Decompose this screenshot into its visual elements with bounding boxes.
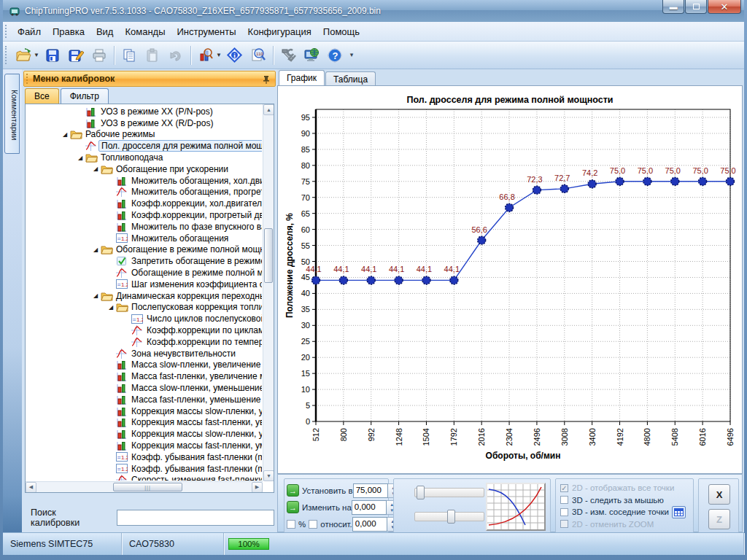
option-checkbox[interactable] (560, 508, 568, 516)
tree-folder[interactable]: ◢Рабочие режимы (26, 129, 262, 141)
option-checkbox[interactable] (560, 484, 568, 492)
tree-item[interactable]: Масса fast-пленки, увеличение массы (26, 370, 262, 382)
toolbar-overflow-button[interactable]: ▾ (348, 51, 356, 59)
slider-bottom-thumb[interactable] (447, 510, 455, 524)
vertical-scroll-thumb[interactable] (264, 228, 273, 283)
minimize-button[interactable]: ▬ (662, 0, 684, 14)
open-dropdown-arrow[interactable]: ▼ (34, 52, 39, 58)
expand-arrow-icon[interactable]: ◢ (106, 304, 116, 311)
tree-item[interactable]: Коррекция массы fast-пленки, увеличение (26, 417, 262, 429)
menu-view[interactable]: Вид (90, 23, 120, 40)
chart-search-button[interactable] (195, 44, 217, 66)
percent-checkbox[interactable] (287, 520, 295, 529)
comments-side-tab[interactable]: Комментарии (4, 74, 20, 154)
menu-tools[interactable]: Инструменты (171, 23, 242, 40)
paste-button[interactable] (142, 44, 163, 66)
tree-folder[interactable]: ◢Топливоподача (26, 152, 262, 163)
tree-horizontal-scrollbar[interactable]: ◀ ||| ▶ (26, 481, 263, 492)
tree-item[interactable]: Коррекция массы slow-пленки, увеличени (26, 405, 262, 417)
curve-preview[interactable] (486, 483, 546, 531)
expand-arrow-icon[interactable]: ◢ (90, 292, 101, 299)
scroll-right-arrow[interactable]: ▶ (252, 482, 263, 493)
tree-item[interactable]: Обогащение в режиме полной мощности (26, 267, 262, 279)
web-monitor-button[interactable] (301, 44, 322, 66)
tree-folder[interactable]: ◢Обогащение при ускорении (26, 163, 262, 175)
set-value-input[interactable]: 75,000 (353, 483, 388, 498)
chart-search-dropdown-arrow[interactable]: ▼ (216, 52, 222, 58)
print-button[interactable] (88, 44, 110, 66)
tree-item[interactable]: Запретить обогащение в режиме полной (26, 255, 262, 267)
tree-vertical-scrollbar[interactable]: ▲ ▼ (263, 104, 274, 481)
tree-item[interactable]: =1.2Шаг изменения коэффициента обогащени (26, 279, 262, 290)
expand-arrow-icon[interactable]: ◢ (75, 155, 85, 161)
grid-table-button[interactable] (672, 506, 686, 518)
tree-folder[interactable]: ◢Послепусковая коррекция топливной пле (26, 302, 262, 314)
undo-button[interactable] (165, 44, 187, 66)
scroll-left-arrow[interactable]: ◀ (26, 482, 36, 493)
line-chart[interactable]: 0510152025303540455055606570758085909551… (284, 105, 745, 448)
tab-filter[interactable]: Фильтр (61, 88, 109, 104)
apply-change-button[interactable]: → (287, 501, 299, 513)
help-button[interactable]: ? (324, 44, 346, 66)
tree-item[interactable]: Коррекция массы slow-пленки, уменьшен (26, 428, 262, 440)
tree-item[interactable]: =1.2Коэфф. убывания fast-пленки (mode 2) (26, 463, 262, 475)
copy-button[interactable] (118, 44, 140, 66)
tree-item[interactable]: Пол. дросселя для режима полной мощности (26, 140, 262, 152)
z-axis-button[interactable]: Z (708, 509, 730, 529)
option-checkbox[interactable] (560, 520, 568, 528)
tree-item[interactable]: Множитель обогащения, прогретый двига (26, 187, 262, 198)
calibration-search-input[interactable] (117, 510, 274, 526)
menu-commands[interactable]: Команды (119, 23, 171, 40)
change-value-input[interactable]: 0,000 (352, 500, 387, 515)
maximize-button[interactable] (685, 0, 707, 14)
save-as-button[interactable] (65, 44, 87, 66)
option-checkbox[interactable] (560, 496, 568, 504)
expand-arrow-icon[interactable]: ◢ (60, 131, 70, 138)
slider-bottom[interactable] (414, 512, 484, 521)
horizontal-scroll-thumb[interactable]: ||| (113, 483, 182, 491)
info-button[interactable]: i (224, 44, 246, 66)
tree-item[interactable]: Масса slow-пленки, увеличение массы (26, 359, 262, 371)
x-axis-button[interactable]: X (708, 484, 730, 505)
tree-item[interactable]: Коэфф.коррекции по циклам (26, 324, 262, 336)
tree-item[interactable]: =1.2Коэфф. убывания fast-пленки (mode 1) (26, 451, 262, 463)
tree-item[interactable]: УОЗ в режиме XX (R/D-pos) (26, 117, 262, 129)
tools-button[interactable] (277, 44, 299, 66)
scroll-up-arrow[interactable]: ▲ (263, 104, 274, 115)
tree-item[interactable]: Масса fast-пленки, уменьшение массы (26, 394, 262, 405)
tree-item[interactable]: Коррекция массы fast-пленки, уменьшени (26, 440, 262, 451)
menu-help[interactable]: Помощь (317, 23, 365, 40)
tree-folder[interactable]: ◢Динамическая коррекция переходных режим (26, 290, 262, 302)
tree-item[interactable]: Зона нечувствительности (26, 348, 262, 359)
find-value-button[interactable]: 110 (247, 44, 269, 66)
tree-item[interactable]: Скорость изменения fast-пленки (увелич.м (26, 475, 262, 481)
tree-item[interactable]: Масса slow-пленки, уменьшение массы (26, 382, 262, 394)
slider-top[interactable] (414, 488, 484, 497)
save-button[interactable] (42, 44, 63, 66)
pin-icon[interactable] (262, 74, 271, 84)
expand-arrow-icon[interactable]: ◢ (90, 166, 101, 172)
scroll-down-arrow[interactable]: ▼ (263, 470, 274, 481)
relative-value-input[interactable]: 0,000 (352, 517, 387, 532)
tab-table[interactable]: Таблица (325, 71, 376, 85)
tree-item[interactable]: Множитель по фазе впускного вала, хол.д (26, 221, 262, 233)
relative-checkbox[interactable] (309, 520, 317, 529)
tree-item[interactable]: Множитель обогащения, хол.двигатель (26, 175, 262, 187)
tree-item[interactable]: Коэфф.коррекции, прогретый двигатель (26, 209, 262, 221)
menu-configuration[interactable]: Конфигурация (242, 23, 317, 40)
tree-item[interactable]: Коэфф.коррекции по температуре (26, 336, 262, 348)
close-button[interactable]: ✕ (708, 0, 741, 14)
slider-top-thumb[interactable] (417, 486, 425, 499)
menu-file[interactable]: Файл (12, 23, 47, 40)
tab-all[interactable]: Все (25, 88, 59, 104)
tree-item[interactable]: УОЗ в режиме XX (P/N-pos) (26, 106, 262, 117)
tree-folder[interactable]: ◢Обогащение в режиме полной мощности (26, 244, 262, 256)
tree-item[interactable]: =1.2Множитель обогащения (26, 233, 262, 244)
tree-item[interactable]: Коэфф.коррекции, хол.двигатель (26, 198, 262, 209)
open-file-button[interactable] (12, 44, 34, 66)
menu-edit[interactable]: Правка (47, 23, 90, 40)
apply-set-button[interactable]: → (287, 484, 299, 497)
tab-graph[interactable]: График (279, 70, 325, 85)
tree-item[interactable]: =1.2Число циклов послепусковой коррекц (26, 313, 262, 324)
expand-arrow-icon[interactable]: ◢ (90, 246, 101, 253)
